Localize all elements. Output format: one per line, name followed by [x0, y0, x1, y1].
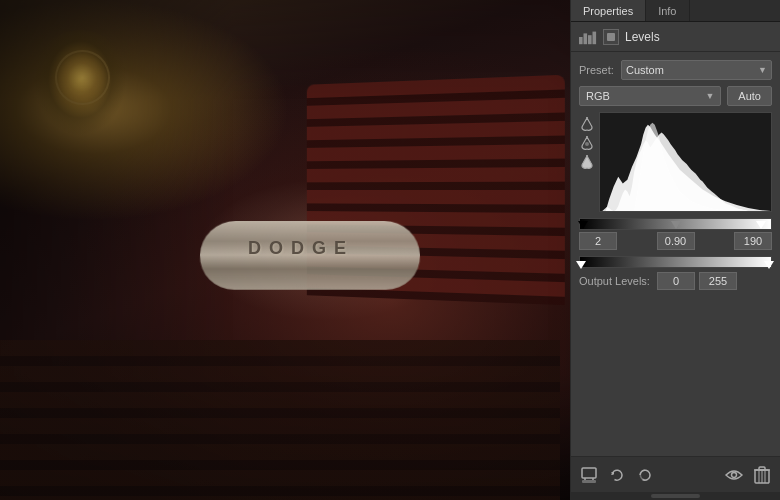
levels-icon — [579, 29, 597, 45]
channel-row: RGB ▼ Auto — [579, 86, 772, 106]
panel-header: Levels — [571, 22, 780, 52]
svg-rect-2 — [588, 35, 592, 44]
scroll-hint — [571, 492, 780, 500]
panel-body: Preset: Custom ▼ RGB ▼ Auto — [571, 52, 780, 456]
input-values-row — [579, 232, 772, 250]
black-point-handle[interactable] — [578, 221, 588, 229]
scroll-track — [651, 494, 700, 498]
channel-value: RGB — [586, 90, 610, 102]
preset-value: Custom — [626, 64, 664, 76]
tab-properties[interactable]: Properties — [571, 0, 646, 21]
output-white-handle[interactable] — [764, 261, 774, 269]
channel-dropdown[interactable]: RGB ▼ — [579, 86, 721, 106]
output-black-input[interactable] — [657, 272, 695, 290]
svg-point-6 — [585, 142, 589, 146]
tab-info[interactable]: Info — [646, 0, 689, 21]
panel-toolbar — [571, 456, 780, 492]
preset-label: Preset: — [579, 64, 615, 76]
histogram-svg — [600, 113, 771, 211]
previous-state-button[interactable] — [635, 465, 655, 485]
svg-rect-22 — [759, 467, 765, 470]
svg-rect-3 — [593, 31, 597, 44]
lower-grill — [0, 340, 560, 500]
svg-point-16 — [732, 472, 737, 477]
svg-rect-11 — [582, 468, 596, 478]
svg-rect-0 — [579, 37, 583, 44]
histogram-box — [599, 112, 772, 212]
output-row: Output Levels: — [579, 272, 772, 290]
tab-properties-label: Properties — [583, 5, 633, 17]
eyedropper-gray[interactable] — [579, 135, 595, 151]
dodge-text: DODGE — [248, 238, 354, 259]
preset-row: Preset: Custom ▼ — [579, 60, 772, 80]
clip-to-layer-button[interactable] — [579, 465, 599, 485]
visibility-indicator — [607, 33, 615, 41]
visibility-toggle[interactable] — [603, 29, 619, 45]
main-container: DODGE Properties Info — [0, 0, 780, 500]
channel-dropdown-arrow: ▼ — [705, 91, 714, 101]
output-section: Output Levels: — [579, 256, 772, 290]
auto-button-label: Auto — [738, 90, 761, 102]
output-values — [657, 272, 737, 290]
black-point-input[interactable] — [579, 232, 617, 250]
input-levels-section — [579, 218, 772, 250]
output-black-handle[interactable] — [576, 261, 586, 269]
svg-rect-1 — [584, 33, 588, 44]
output-white-input[interactable] — [699, 272, 737, 290]
midtone-handle[interactable] — [671, 221, 681, 229]
svg-rect-12 — [582, 480, 596, 483]
delete-button[interactable] — [752, 465, 772, 485]
preset-dropdown[interactable]: Custom ▼ — [621, 60, 772, 80]
eyedropper-black[interactable] — [579, 116, 595, 132]
eyedropper-white[interactable] — [579, 154, 595, 170]
tab-info-label: Info — [658, 5, 676, 17]
eyedropper-tools — [579, 112, 595, 212]
properties-panel: Properties Info Levels — [570, 0, 780, 500]
white-point-handle[interactable] — [756, 221, 766, 229]
panel-title: Levels — [625, 30, 660, 44]
output-gradient-bar — [579, 256, 772, 268]
visibility-button[interactable] — [724, 465, 744, 485]
input-gradient-bar — [579, 218, 772, 230]
reset-button[interactable] — [607, 465, 627, 485]
tab-bar: Properties Info — [571, 0, 780, 22]
white-point-input[interactable] — [734, 232, 772, 250]
auto-button[interactable]: Auto — [727, 86, 772, 106]
preset-dropdown-arrow: ▼ — [758, 65, 767, 75]
midtone-input[interactable] — [657, 232, 695, 250]
output-label: Output Levels: — [579, 275, 651, 287]
histogram-section — [579, 112, 772, 212]
